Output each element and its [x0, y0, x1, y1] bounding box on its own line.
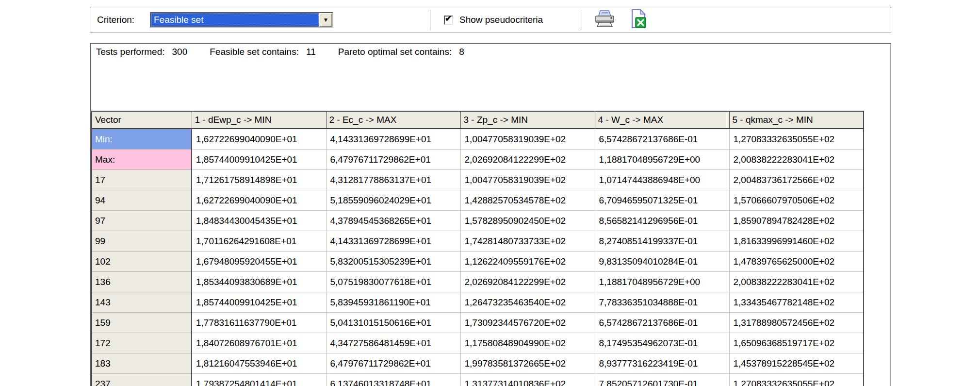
value-cell: 1,12622409559176E+02 — [460, 252, 595, 272]
value-cell: 1,65096368519717E+02 — [729, 333, 864, 353]
value-cell: 1,79387254801414E+01 — [192, 374, 326, 386]
criterion-dropdown-value: Feasible set — [151, 15, 203, 25]
value-cell: 4,14331369728699E+01 — [326, 129, 460, 150]
value-cell: 1,57066607970506E+02 — [729, 190, 864, 211]
vector-cell[interactable]: 99 — [92, 231, 192, 252]
table-row[interactable]: 171,71261758914898E+014,31281778863137E+… — [92, 170, 864, 190]
value-cell: 1,84834430045435E+01 — [192, 211, 326, 231]
show-pseudocriteria-group[interactable]: ✔ Show pseudocriteria — [444, 15, 543, 25]
value-cell: 4,31281778863137E+01 — [326, 170, 460, 190]
vector-cell[interactable]: Min: — [92, 129, 192, 150]
column-header-qkmax-c[interactable]: 5 - qkmax_c -> MIN — [729, 111, 864, 129]
vector-cell[interactable]: 97 — [92, 211, 192, 231]
results-table: Vector 1 - dEwp_c -> MIN 2 - Ec_c -> MAX… — [91, 111, 864, 386]
value-cell: 2,00838222283041E+02 — [729, 272, 864, 292]
value-cell: 1,42882570534578E+02 — [460, 190, 595, 211]
criterion-label: Criterion: — [97, 15, 134, 25]
value-cell: 1,57828950902450E+02 — [460, 211, 595, 231]
pareto-set-label: Pareto optimal set contains: — [338, 47, 452, 57]
value-cell: 1,17580848904990E+02 — [460, 333, 595, 353]
results-panel: Tests performed: 300 Feasible set contai… — [90, 43, 891, 386]
column-header-w-c[interactable]: 4 - W_c -> MAX — [595, 111, 729, 129]
table-row[interactable]: 1021,67948095920455E+015,83200515305239E… — [92, 252, 864, 272]
value-cell: 1,73092344576720E+02 — [460, 313, 595, 333]
vector-cell[interactable]: 17 — [92, 170, 192, 190]
value-cell: 5,83945931861190E+01 — [326, 292, 460, 313]
value-cell: 1,00477058319039E+02 — [460, 170, 595, 190]
vector-cell[interactable]: 183 — [92, 353, 192, 374]
value-cell: 1,27083332635055E+02 — [729, 374, 864, 386]
criterion-dropdown[interactable]: Feasible set ▼ — [150, 12, 333, 28]
value-cell: 1,62722699040090E+01 — [192, 190, 326, 211]
value-cell: 6,47976711729862E+01 — [326, 150, 460, 170]
excel-export-icon — [630, 9, 647, 31]
dropdown-arrow-button[interactable]: ▼ — [319, 13, 332, 27]
value-cell: 6,57428672137686E-01 — [595, 313, 729, 333]
value-cell: 4,34727586481459E+01 — [326, 333, 460, 353]
value-cell: 1,84072608976701E+01 — [192, 333, 326, 353]
value-cell: 1,31377314010836E+02 — [460, 374, 595, 386]
vector-cell[interactable]: 102 — [92, 252, 192, 272]
print-button[interactable] — [593, 10, 616, 30]
table-row[interactable]: 1431,85744009910425E+015,83945931861190E… — [92, 292, 864, 313]
column-header-zp-c[interactable]: 3 - Zp_c -> MIN — [460, 111, 595, 129]
value-cell: 1,26473235463540E+02 — [460, 292, 595, 313]
value-cell: 5,83200515305239E+01 — [326, 252, 460, 272]
table-row[interactable]: 1591,77831611637790E+015,04131015150616E… — [92, 313, 864, 333]
vector-cell[interactable]: 237 — [92, 374, 192, 386]
value-cell: 1,00477058319039E+02 — [460, 129, 595, 150]
value-cell: 8,56582141296956E-01 — [595, 211, 729, 231]
export-excel-button[interactable] — [627, 10, 650, 30]
criterion-toolbar: Criterion: Feasible set ▼ ✔ Show pseudoc… — [90, 7, 891, 33]
tests-performed-label: Tests performed: — [96, 47, 165, 57]
value-cell: 8,17495354962073E-01 — [595, 333, 729, 353]
value-cell: 6,13746013318748E+01 — [326, 374, 460, 386]
pareto-set-value: 8 — [459, 47, 464, 57]
value-cell: 1,18817048956729E+00 — [595, 272, 729, 292]
value-cell: 5,04131015150616E+01 — [326, 313, 460, 333]
tests-performed-value: 300 — [172, 47, 188, 57]
feasible-set-value: 11 — [306, 47, 316, 57]
column-header-ec-c[interactable]: 2 - Ec_c -> MAX — [326, 111, 460, 129]
value-cell: 6,57428672137686E-01 — [595, 129, 729, 150]
table-row[interactable]: 1721,84072608976701E+014,34727586481459E… — [92, 333, 864, 353]
table-row[interactable]: Max:1,85744009910425E+016,47976711729862… — [92, 150, 864, 170]
show-pseudocriteria-checkbox[interactable]: ✔ — [444, 16, 453, 25]
value-cell: 9,83135094010284E-01 — [595, 252, 729, 272]
table-row[interactable]: 941,62722699040090E+015,18559096024029E+… — [92, 190, 864, 211]
value-cell: 1,81216047553946E+01 — [192, 353, 326, 374]
table-row[interactable]: Min:1,62722699040090E+014,14331369728699… — [92, 129, 864, 150]
chevron-down-icon: ▼ — [323, 17, 329, 23]
table-row[interactable]: 1831,81216047553946E+016,47976711729862E… — [92, 353, 864, 374]
criterion-dropdown-field[interactable]: Feasible set — [151, 13, 319, 27]
vector-cell[interactable]: 94 — [92, 190, 192, 211]
value-cell: 1,67948095920455E+01 — [192, 252, 326, 272]
value-cell: 2,02692084122299E+02 — [460, 150, 595, 170]
value-cell: 4,37894545368265E+01 — [326, 211, 460, 231]
vector-cell[interactable]: 136 — [92, 272, 192, 292]
value-cell: 1,27083332635055E+02 — [729, 129, 864, 150]
table-row[interactable]: 971,84834430045435E+014,37894545368265E+… — [92, 211, 864, 231]
vector-cell[interactable]: 159 — [92, 313, 192, 333]
value-cell: 6,70946595071325E-01 — [595, 190, 729, 211]
table-row[interactable]: 2371,79387254801414E+016,13746013318748E… — [92, 374, 864, 386]
value-cell: 1,85744009910425E+01 — [192, 150, 326, 170]
value-cell: 1,31788980572456E+02 — [729, 313, 864, 333]
vector-cell[interactable]: 172 — [92, 333, 192, 353]
value-cell: 4,14331369728699E+01 — [326, 231, 460, 252]
value-cell: 1,45378915228545E+02 — [729, 353, 864, 374]
vector-cell[interactable]: Max: — [92, 150, 192, 170]
value-cell: 1,18817048956729E+00 — [595, 150, 729, 170]
value-cell: 1,85907894782428E+02 — [729, 211, 864, 231]
feasible-set-label: Feasible set contains: — [210, 47, 299, 57]
column-header-vector[interactable]: Vector — [92, 111, 192, 129]
vector-cell[interactable]: 143 — [92, 292, 192, 313]
table-row[interactable]: 1361,85344093830689E+015,07519830077618E… — [92, 272, 864, 292]
column-header-dewp-c[interactable]: 1 - dEwp_c -> MIN — [192, 111, 326, 129]
table-header-row: Vector 1 - dEwp_c -> MIN 2 - Ec_c -> MAX… — [92, 111, 864, 129]
value-cell: 1,81633996991460E+02 — [729, 231, 864, 252]
value-cell: 1,62722699040090E+01 — [192, 129, 326, 150]
toolbar-separator — [581, 10, 582, 31]
table-row[interactable]: 991,70116264291608E+014,14331369728699E+… — [92, 231, 864, 252]
value-cell: 1,33435467782148E+02 — [729, 292, 864, 313]
